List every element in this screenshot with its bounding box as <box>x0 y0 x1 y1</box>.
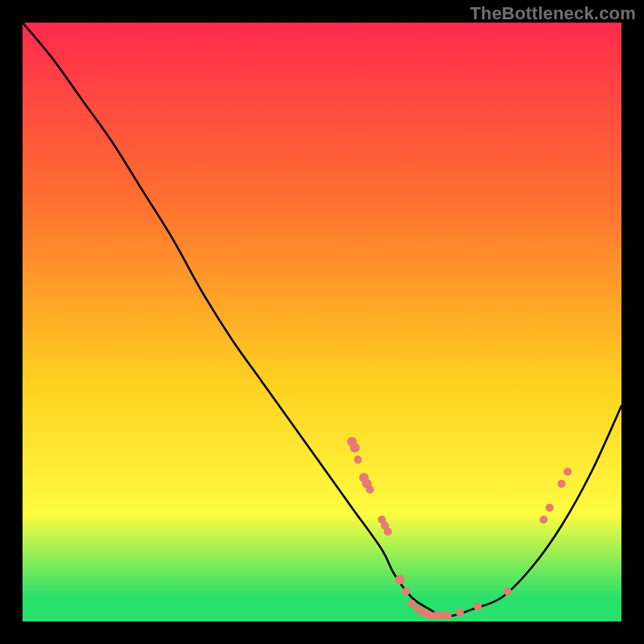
data-marker <box>456 609 464 617</box>
data-marker <box>384 527 392 535</box>
data-marker <box>539 516 547 524</box>
chart-svg <box>23 23 621 621</box>
data-marker <box>473 602 481 610</box>
data-marker <box>402 588 410 596</box>
plot-area <box>23 23 621 621</box>
attribution-watermark: TheBottleneck.com <box>470 3 636 24</box>
data-marker <box>354 456 362 464</box>
gradient-background <box>23 23 621 621</box>
data-marker <box>408 600 416 608</box>
data-marker <box>564 468 572 476</box>
data-marker <box>504 588 512 596</box>
data-marker <box>395 575 405 584</box>
data-marker <box>444 612 452 620</box>
data-marker <box>546 504 554 512</box>
data-marker <box>558 480 566 488</box>
chart-frame: TheBottleneck.com <box>0 0 644 644</box>
data-marker <box>350 443 360 452</box>
data-marker <box>366 485 374 493</box>
